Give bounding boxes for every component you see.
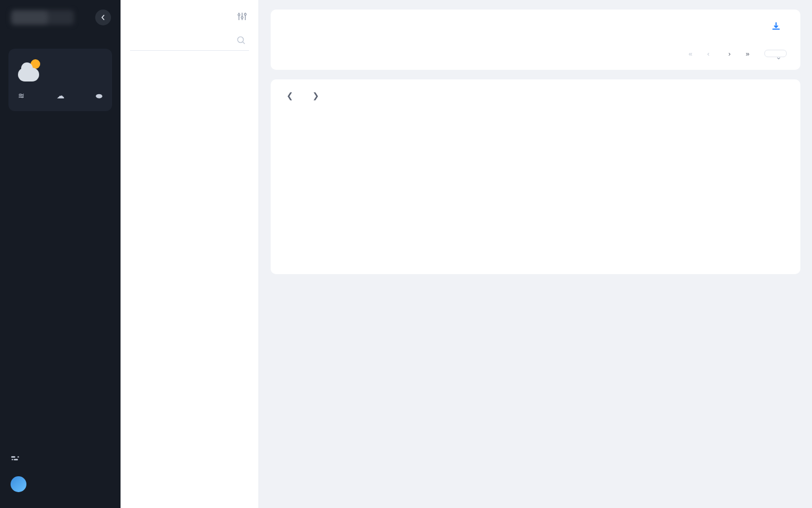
page-prev-button[interactable]: ‹ [701, 46, 716, 61]
chevron-left-icon [100, 15, 106, 20]
page-first-button[interactable]: « [683, 46, 698, 61]
tree-panel [121, 0, 259, 508]
download-icon [772, 22, 780, 31]
logs-table-card: « ‹ › » [271, 10, 800, 70]
brand-logo [11, 10, 74, 25]
download-logs-button[interactable] [772, 22, 785, 31]
svg-point-4 [238, 14, 240, 16]
weather-widget: ≋ ☁ ⬬ [8, 49, 112, 111]
chart-card: ❮ ❯ [271, 79, 800, 274]
svg-point-6 [244, 13, 246, 15]
svg-rect-2 [17, 457, 19, 458]
avatar [11, 476, 26, 492]
chart-prev-day-button[interactable]: ❮ [287, 91, 293, 101]
precip-icon: ⬬ [96, 91, 103, 101]
collapse-nav-button[interactable] [95, 10, 111, 25]
page-next-button[interactable]: › [722, 46, 737, 61]
svg-rect-3 [12, 459, 13, 460]
search-icon [236, 35, 246, 47]
plug-icon [11, 455, 20, 464]
svg-point-5 [241, 16, 243, 19]
line-chart [287, 103, 785, 272]
sidebar-item-settings[interactable] [0, 448, 121, 470]
user-profile[interactable] [0, 470, 121, 498]
svg-point-7 [238, 37, 244, 43]
filter-icon[interactable] [237, 12, 247, 23]
svg-rect-1 [14, 459, 18, 460]
wind-icon: ≋ [18, 91, 25, 101]
main-nav: ≋ ☁ ⬬ [0, 0, 121, 508]
svg-rect-0 [11, 456, 15, 458]
chart-next-day-button[interactable]: ❯ [312, 91, 319, 101]
content: « ‹ › » ❮ ❯ [259, 0, 812, 508]
search-input[interactable] [130, 31, 249, 51]
page-last-button[interactable]: » [740, 46, 755, 61]
cloud-icon: ☁ [57, 91, 64, 101]
pagination: « ‹ › » [271, 38, 800, 62]
page-size-select[interactable] [764, 50, 787, 57]
weather-icon [18, 58, 41, 81]
